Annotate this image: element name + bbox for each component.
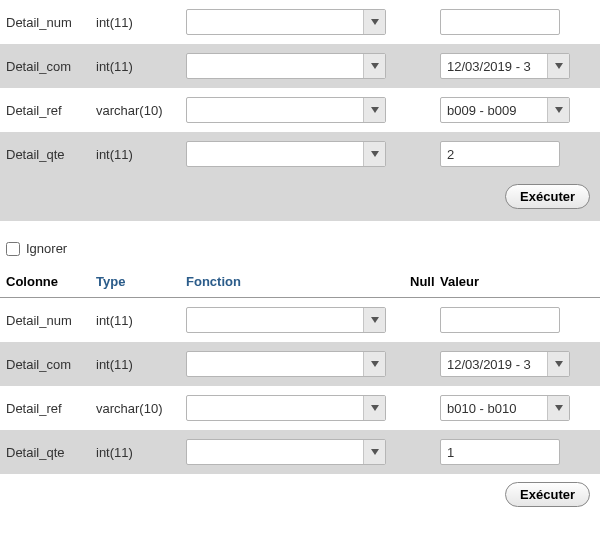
table-row: Detail_qte int(11) [0, 132, 600, 176]
execute-button[interactable]: Exécuter [505, 482, 590, 507]
field-name: Detail_ref [6, 103, 96, 118]
value-select[interactable]: b009 - b009 [440, 97, 570, 123]
field-func-cell [186, 53, 406, 79]
value-select[interactable]: b010 - b010 [440, 395, 570, 421]
table-header: Colonne Type Fonction Null Valeur [0, 266, 600, 298]
field-name: Detail_qte [6, 445, 96, 460]
chevron-down-icon [363, 396, 385, 420]
field-name: Detail_ref [6, 401, 96, 416]
table-row: Detail_ref varchar(10) b010 - b010 [0, 386, 600, 430]
field-name: Detail_com [6, 357, 96, 372]
field-func-cell [186, 141, 406, 167]
chevron-down-icon [363, 308, 385, 332]
form-block-1: Detail_num int(11) Detail_com int(11) 12… [0, 0, 600, 221]
func-select[interactable] [186, 395, 386, 421]
field-type: int(11) [96, 313, 186, 328]
ignore-label: Ignorer [26, 241, 67, 256]
field-type: int(11) [96, 445, 186, 460]
ignore-checkbox[interactable] [6, 242, 20, 256]
field-func-cell [186, 9, 406, 35]
value-select[interactable]: 12/03/2019 - 3 [440, 351, 570, 377]
func-select[interactable] [186, 351, 386, 377]
execute-row: Exécuter [0, 474, 600, 519]
field-name: Detail_num [6, 313, 96, 328]
field-value-cell: 12/03/2019 - 3 [440, 351, 594, 377]
func-select[interactable] [186, 141, 386, 167]
table-row: Detail_num int(11) [0, 0, 600, 44]
field-value-cell [440, 141, 594, 167]
chevron-down-icon [363, 440, 385, 464]
field-func-cell [186, 395, 406, 421]
table-row: Detail_ref varchar(10) b009 - b009 [0, 88, 600, 132]
value-input[interactable] [440, 307, 560, 333]
header-colonne: Colonne [6, 274, 96, 289]
table-row: Detail_num int(11) [0, 298, 600, 342]
table-row: Detail_qte int(11) [0, 430, 600, 474]
table-row: Detail_com int(11) 12/03/2019 - 3 [0, 342, 600, 386]
chevron-down-icon [363, 10, 385, 34]
header-type[interactable]: Type [96, 274, 186, 289]
field-name: Detail_num [6, 15, 96, 30]
chevron-down-icon [547, 54, 569, 78]
field-type: int(11) [96, 59, 186, 74]
table-row: Detail_com int(11) 12/03/2019 - 3 [0, 44, 600, 88]
header-fonction[interactable]: Fonction [186, 274, 406, 289]
field-type: int(11) [96, 147, 186, 162]
value-input[interactable] [440, 9, 560, 35]
field-type: varchar(10) [96, 103, 186, 118]
func-select[interactable] [186, 9, 386, 35]
chevron-down-icon [547, 352, 569, 376]
chevron-down-icon [547, 396, 569, 420]
func-select[interactable] [186, 307, 386, 333]
func-select[interactable] [186, 53, 386, 79]
func-select[interactable] [186, 97, 386, 123]
chevron-down-icon [363, 142, 385, 166]
field-name: Detail_qte [6, 147, 96, 162]
field-value-cell: b010 - b010 [440, 395, 594, 421]
value-input[interactable] [440, 439, 560, 465]
field-type: int(11) [96, 357, 186, 372]
field-value-cell [440, 9, 594, 35]
field-type: varchar(10) [96, 401, 186, 416]
ignore-row: Ignorer [0, 229, 600, 266]
field-func-cell [186, 97, 406, 123]
field-type: int(11) [96, 15, 186, 30]
field-value-cell [440, 439, 594, 465]
form-block-2: Detail_num int(11) Detail_com int(11) 12… [0, 298, 600, 519]
chevron-down-icon [363, 352, 385, 376]
execute-row: Exécuter [0, 176, 600, 221]
field-value-cell: b009 - b009 [440, 97, 594, 123]
field-name: Detail_com [6, 59, 96, 74]
field-func-cell [186, 439, 406, 465]
func-select[interactable] [186, 439, 386, 465]
field-value-cell [440, 307, 594, 333]
value-select[interactable]: 12/03/2019 - 3 [440, 53, 570, 79]
field-func-cell [186, 351, 406, 377]
field-value-cell: 12/03/2019 - 3 [440, 53, 594, 79]
header-null: Null [406, 274, 440, 289]
value-input[interactable] [440, 141, 560, 167]
chevron-down-icon [547, 98, 569, 122]
chevron-down-icon [363, 54, 385, 78]
header-valeur: Valeur [440, 274, 594, 289]
chevron-down-icon [363, 98, 385, 122]
execute-button[interactable]: Exécuter [505, 184, 590, 209]
field-func-cell [186, 307, 406, 333]
